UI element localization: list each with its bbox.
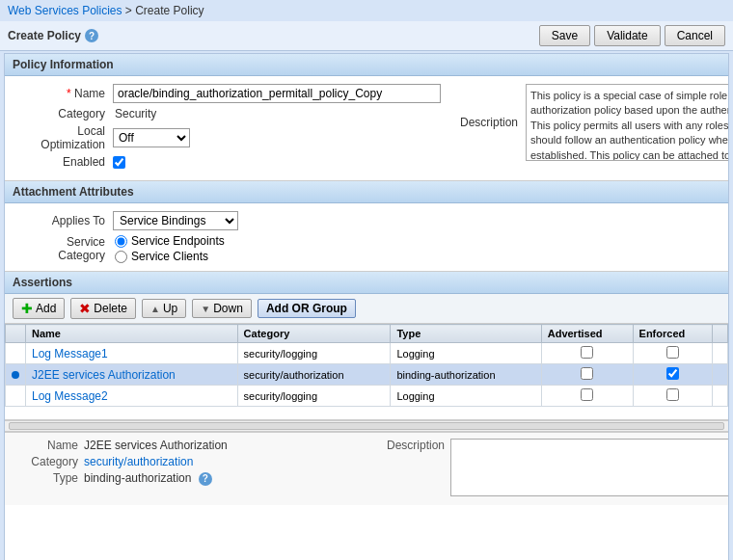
row-name[interactable]: Log Message2 — [26, 386, 238, 407]
detail-right: Description — [383, 439, 728, 499]
row-advertised[interactable] — [541, 386, 633, 407]
radio-service-endpoints: Service Endpoints — [115, 234, 225, 248]
row-name[interactable]: J2EE services Authorization — [26, 364, 238, 386]
row-scroll — [713, 343, 728, 364]
attachment-section: Attachment Attributes Applies To Service… — [5, 181, 728, 272]
row-category: security/logging — [237, 386, 391, 407]
col-enforced: Enforced — [633, 325, 712, 343]
info-left: Name Category Security Local Optimizatio… — [16, 84, 441, 173]
row-enforced[interactable] — [633, 343, 712, 364]
add-or-group-button[interactable]: Add OR Group — [258, 299, 356, 318]
policy-info-header: Policy Information — [5, 54, 728, 76]
detail-desc-row: Description — [383, 439, 728, 496]
col-type: Type — [391, 325, 541, 343]
down-icon: ▼ — [201, 304, 210, 314]
breadcrumb-home-link[interactable]: Web Services Policies — [8, 4, 122, 17]
row-category: security/authorization — [237, 364, 391, 386]
row-scroll — [713, 364, 728, 386]
col-advertised: Advertised — [541, 325, 633, 343]
horizontal-scrollbar[interactable] — [5, 420, 728, 432]
action-buttons: Save Validate Cancel — [539, 25, 725, 46]
radio-service-clients: Service Clients — [115, 250, 225, 263]
help-icon[interactable]: ? — [85, 29, 98, 42]
row-advertised[interactable] — [541, 364, 633, 386]
applies-to-row: Applies To Service Bindings Service Clie… — [16, 211, 717, 230]
detail-left: Name J2EE services Authorization Categor… — [16, 439, 364, 499]
row-type: binding-authorization — [391, 364, 541, 386]
description-label: Description — [448, 116, 526, 129]
local-opt-select[interactable]: Off On — [113, 128, 190, 147]
applies-to-select[interactable]: Service Bindings Service Clients — [113, 211, 238, 230]
service-category-radio-group: Service Endpoints Service Clients — [115, 234, 225, 263]
detail-type-label: Type — [16, 471, 84, 485]
info-right: Description This policy is a special cas… — [448, 84, 729, 173]
col-scrollbar — [713, 325, 728, 343]
detail-name-row: Name J2EE services Authorization — [16, 439, 364, 452]
detail-category-row: Category security/authorization — [16, 455, 364, 468]
attachment-header: Attachment Attributes — [5, 181, 728, 203]
info-split: Name Category Security Local Optimizatio… — [16, 84, 717, 173]
col-category: Category — [237, 325, 391, 343]
down-button[interactable]: ▼ Down — [192, 299, 252, 318]
row-scroll — [713, 386, 728, 407]
row-type: Logging — [391, 386, 541, 407]
page-title-label: Create Policy — [8, 29, 81, 42]
policy-info-section: Policy Information Name Category Securit… — [5, 54, 728, 181]
row-name[interactable]: Log Message1 — [26, 343, 238, 364]
down-label: Down — [213, 302, 243, 315]
selected-indicator — [12, 371, 19, 379]
enabled-label: Enabled — [16, 155, 113, 169]
description-textarea[interactable]: This policy is a special case of simple … — [526, 84, 729, 161]
assertions-table-container[interactable]: Name Category Type Advertised Enforced L… — [5, 324, 728, 420]
row-enforced[interactable] — [633, 364, 712, 386]
name-label: Name — [16, 87, 113, 100]
local-opt-label: Local Optimization — [16, 124, 113, 151]
category-row: Category Security — [16, 107, 441, 120]
assertions-section: Assertions ✚ Add ✖ Delete ▲ Up ▼ Down Ad… — [5, 272, 728, 560]
table-row[interactable]: J2EE services Authorization security/aut… — [6, 364, 728, 386]
category-label: Category — [16, 107, 113, 120]
breadcrumb-current: Create Policy — [135, 4, 204, 17]
add-icon: ✚ — [21, 301, 33, 316]
row-advertised[interactable] — [541, 343, 633, 364]
name-input[interactable] — [113, 84, 441, 103]
row-selector — [6, 386, 26, 407]
description-row: Description This policy is a special cas… — [448, 84, 729, 161]
type-help-icon[interactable]: ? — [199, 472, 212, 486]
detail-category-value[interactable]: security/authorization — [84, 455, 193, 468]
delete-icon: ✖ — [79, 301, 91, 316]
row-type: Logging — [391, 343, 541, 364]
detail-desc-label: Description — [383, 439, 450, 452]
up-button[interactable]: ▲ Up — [142, 299, 186, 318]
breadcrumb: Web Services Policies > Create Policy — [0, 0, 733, 21]
detail-panel: Name J2EE services Authorization Categor… — [5, 432, 728, 505]
add-button[interactable]: ✚ Add — [13, 298, 65, 319]
row-category: security/logging — [237, 343, 391, 364]
up-label: Up — [163, 302, 177, 315]
radio-service-endpoints-label: Service Endpoints — [131, 234, 225, 248]
detail-desc-textarea[interactable] — [450, 439, 728, 496]
local-opt-row: Local Optimization Off On — [16, 124, 441, 151]
table-row[interactable]: Log Message1 security/logging Logging — [6, 343, 728, 364]
page-title-bar: Create Policy ? Save Validate Cancel — [0, 21, 733, 51]
detail-name-label: Name — [16, 439, 84, 452]
attachment-body: Applies To Service Bindings Service Clie… — [5, 203, 728, 272]
enabled-row: Enabled — [16, 155, 441, 169]
table-row[interactable]: Log Message2 security/logging Logging — [6, 386, 728, 407]
validate-button[interactable]: Validate — [594, 25, 660, 46]
radio-service-clients-input[interactable] — [115, 251, 127, 263]
col-selector — [6, 325, 26, 343]
breadcrumb-separator: > — [122, 4, 136, 17]
radio-service-endpoints-input[interactable] — [115, 235, 127, 248]
row-selector — [6, 364, 26, 386]
detail-category-label: Category — [16, 455, 84, 468]
row-selector — [6, 343, 26, 364]
applies-to-label: Applies To — [16, 214, 113, 227]
row-enforced[interactable] — [633, 386, 712, 407]
detail-type-value: binding-authorization ? — [84, 471, 212, 486]
save-button[interactable]: Save — [539, 25, 590, 46]
service-category-row: Service Category Service Endpoints Servi… — [16, 234, 717, 263]
delete-button[interactable]: ✖ Delete — [70, 298, 136, 319]
enabled-checkbox[interactable] — [113, 156, 125, 169]
cancel-button[interactable]: Cancel — [665, 25, 725, 46]
